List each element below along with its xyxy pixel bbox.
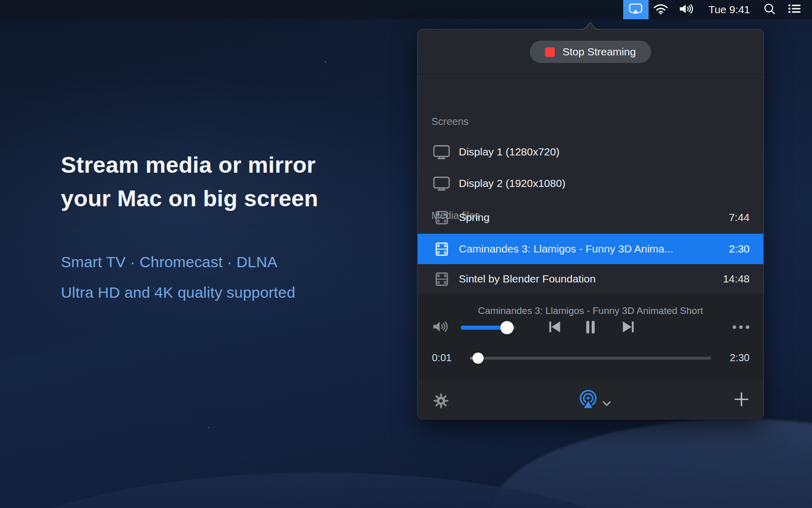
media-name: Spring (459, 211, 723, 224)
player-section: Caminandes 3: Llamigos - Funny 3D Animat… (418, 294, 763, 379)
media-row-sintel[interactable]: Sintel by Blender Foundation 14:48 (418, 264, 763, 294)
display-1-label: Display 1 (1280x720) (459, 146, 750, 158)
airplay-beacon-icon (577, 389, 599, 412)
media-duration: 2:30 (729, 243, 750, 255)
popover-arrow (580, 21, 600, 30)
menubar-volume-button[interactable] (673, 0, 701, 19)
menubar-clock[interactable]: Tue 9:41 (701, 0, 757, 19)
menubar-search-button[interactable] (757, 0, 782, 19)
media-name: Caminandes 3: Llamigos - Funny 3D Anima.… (459, 243, 723, 255)
screen-row-display-1[interactable]: Display 1 (1280x720) (418, 137, 763, 167)
chevron-down-icon (602, 400, 611, 408)
stop-streaming-label: Stop Streaming (562, 46, 636, 58)
screens-section-header: Screens (431, 116, 468, 128)
stop-icon (545, 47, 555, 57)
list-icon (788, 3, 801, 16)
volume-knob[interactable] (500, 321, 514, 334)
screen-mirroring-icon (629, 3, 642, 16)
media-name: Sintel by Blender Foundation (459, 273, 717, 285)
film-icon (433, 242, 450, 256)
menubar-wifi-button[interactable] (649, 0, 673, 19)
pause-button[interactable] (583, 320, 598, 336)
display-icon (433, 144, 450, 160)
menu-bar: Tue 9:41 (0, 0, 812, 19)
volume-slider[interactable] (461, 326, 516, 330)
device-selector-button[interactable] (577, 389, 611, 412)
progress-knob[interactable] (472, 353, 484, 364)
media-duration: 14:48 (723, 273, 750, 285)
volume-icon (679, 3, 695, 17)
hero-subtitle-platforms: Smart TV · Chromecast · DLNA (61, 253, 278, 271)
next-button[interactable] (621, 320, 636, 336)
screen-row-display-2[interactable]: Display 2 (1920x1080) (418, 168, 763, 199)
wifi-icon (653, 3, 668, 17)
popover-bottom-bar (418, 379, 763, 420)
film-icon (433, 211, 450, 225)
elapsed-time: 0:01 (432, 352, 452, 364)
player-volume-icon[interactable] (432, 320, 450, 335)
add-media-button[interactable] (734, 392, 749, 408)
now-playing-title: Caminandes 3: Llamigos - Funny 3D Animat… (418, 305, 763, 316)
hero-title-line1: Stream media or mirror (61, 148, 318, 182)
previous-button[interactable] (547, 320, 562, 336)
stop-streaming-button[interactable]: Stop Streaming (530, 41, 651, 63)
search-icon (763, 3, 775, 17)
menubar-list-button[interactable] (782, 0, 807, 19)
media-duration: 7:44 (729, 211, 750, 224)
film-icon (433, 272, 450, 286)
more-options-button[interactable] (731, 324, 751, 332)
display-2-label: Display 2 (1920x1080) (459, 177, 750, 189)
media-row-caminandes-selected[interactable]: Caminandes 3: Llamigos - Funny 3D Anima.… (418, 234, 763, 264)
total-time: 2:30 (730, 352, 750, 364)
stop-streaming-area: Stop Streaming (418, 29, 763, 74)
divider (418, 74, 763, 75)
menubar-screen-mirroring-button[interactable] (623, 0, 649, 19)
hero-subtitle-quality: Ultra HD and 4K quality supported (61, 284, 295, 301)
hero-title-line2: your Mac on big screen (61, 182, 318, 215)
progress-slider[interactable] (470, 357, 711, 360)
desktop-wallpaper: Stream media or mirror your Mac on big s… (0, 0, 812, 508)
hero-headline: Stream media or mirror your Mac on big s… (61, 148, 318, 215)
display-icon (433, 176, 450, 191)
settings-button[interactable] (433, 393, 449, 410)
wallpaper-dune (490, 409, 812, 508)
streaming-popover: Stop Streaming Screens Display 1 (1280x7… (417, 29, 764, 420)
media-row-spring[interactable]: Spring 7:44 (418, 202, 763, 233)
